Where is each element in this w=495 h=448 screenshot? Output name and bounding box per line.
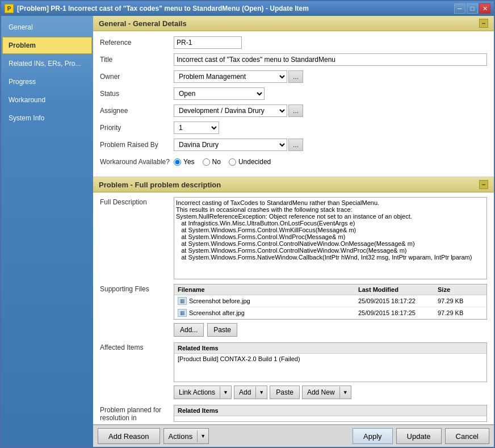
- footer-bar: Add Reason Actions ▼ Apply Update Cancel: [93, 424, 494, 447]
- apply-button[interactable]: Apply: [353, 428, 393, 444]
- assignee-control: Development / Davina Drury …: [174, 104, 487, 117]
- full-description-label: Full Description: [100, 197, 174, 206]
- link-actions-button[interactable]: Link Actions ▼: [174, 386, 232, 399]
- section2-title: Problem - Full problem description: [99, 181, 221, 189]
- close-button[interactable]: ✕: [479, 3, 490, 14]
- affected-item-0[interactable]: [Product Build] CONTAX-2.0 Build 1 (Fail…: [174, 354, 486, 364]
- section1-header: General - General Details −: [93, 16, 494, 31]
- section2-collapse-btn[interactable]: −: [479, 180, 488, 189]
- add-new-button[interactable]: Add New ▼: [302, 386, 351, 399]
- sidebar-item-progress[interactable]: Progress: [2, 73, 92, 90]
- window-title: [Problem] PR-1 Incorrect cast of "Tax co…: [17, 5, 309, 12]
- priority-control: 1: [174, 122, 487, 134]
- workaround-no-radio[interactable]: [203, 158, 210, 166]
- file-row-0[interactable]: ▦ Screenshot before.jpg 25/09/2015 18:17…: [174, 295, 486, 307]
- update-button[interactable]: Update: [396, 428, 442, 444]
- minimize-button[interactable]: ─: [454, 3, 465, 14]
- raised-by-browse-btn[interactable]: …: [288, 139, 303, 151]
- general-form: Reference Title Owner Problem Manage: [93, 31, 494, 177]
- content-area: General - General Details − Reference Ti…: [93, 16, 494, 447]
- file-icon-1: ▦: [178, 309, 187, 317]
- priority-row: Priority 1: [100, 121, 487, 135]
- supporting-files-container: Filename Last Modified Size ▦ Screenshot…: [174, 284, 487, 337]
- reference-input[interactable]: [174, 36, 242, 49]
- problem-description-area: Full Description Supporting Files Filena…: [93, 192, 494, 424]
- title-row: Title: [100, 53, 487, 66]
- col-filename: Filename: [178, 286, 358, 293]
- raised-by-label: Problem Raised By: [100, 141, 174, 149]
- priority-label: Priority: [100, 124, 174, 132]
- title-input[interactable]: [174, 53, 487, 66]
- priority-select[interactable]: 1: [174, 122, 219, 134]
- planned-items-list: Related Items: [174, 405, 487, 422]
- status-row: Status Open: [100, 87, 487, 101]
- sidebar-item-general[interactable]: General: [2, 19, 92, 36]
- file-size-1: 97.29 KB: [438, 309, 483, 316]
- sidebar: General Problem Related INs, ERs, Pro...…: [1, 16, 93, 447]
- workaround-row: Workaround Available? Yes No Undecide: [100, 155, 487, 169]
- raised-by-select[interactable]: Davina Drury: [174, 139, 287, 151]
- paste-item-button[interactable]: Paste: [270, 386, 300, 399]
- main-content: General Problem Related INs, ERs, Pro...…: [1, 16, 494, 447]
- maximize-button[interactable]: □: [467, 3, 478, 14]
- full-description-textarea[interactable]: [174, 197, 487, 279]
- workaround-undecided-option[interactable]: Undecided: [229, 158, 271, 166]
- workaround-yes-option[interactable]: Yes: [174, 158, 195, 166]
- title-control: [174, 53, 487, 66]
- file-icon-0: ▦: [178, 297, 187, 305]
- section1-collapse-btn[interactable]: −: [479, 19, 488, 28]
- scrollable-section[interactable]: Full Description Supporting Files Filena…: [93, 192, 494, 424]
- planned-row: Problem planned for resolution in Relate…: [100, 405, 487, 424]
- sidebar-item-sysinfo[interactable]: System Info: [2, 110, 92, 127]
- status-label: Status: [100, 90, 174, 98]
- main-window: P [Problem] PR-1 Incorrect cast of "Tax …: [0, 0, 495, 448]
- workaround-no-option[interactable]: No: [203, 158, 221, 166]
- section2-header: Problem - Full problem description −: [93, 177, 494, 192]
- workaround-undecided-radio[interactable]: [229, 158, 236, 166]
- file-modified-0: 25/09/2015 18:17:22: [358, 298, 438, 304]
- title-bar: P [Problem] PR-1 Incorrect cast of "Tax …: [1, 1, 494, 16]
- sidebar-item-related[interactable]: Related INs, ERs, Pro...: [2, 55, 92, 72]
- owner-browse-btn[interactable]: …: [288, 70, 303, 83]
- assignee-label: Assignee: [100, 107, 174, 115]
- add-item-button[interactable]: Add ▼: [234, 386, 267, 399]
- affected-items-row: Affected Items Related Items [Product Bu…: [100, 342, 487, 399]
- col-modified: Last Modified: [358, 286, 438, 293]
- raised-by-row: Problem Raised By Davina Drury …: [100, 138, 487, 152]
- reference-label: Reference: [100, 39, 174, 47]
- actions-button[interactable]: Actions ▼: [163, 428, 209, 444]
- file-name-0: Screenshot before.jpg: [189, 298, 358, 304]
- title-bar-buttons: ─ □ ✕: [454, 3, 490, 14]
- cancel-button[interactable]: Cancel: [445, 428, 489, 444]
- file-name-1: Screenshot after.jpg: [189, 309, 358, 316]
- paste-file-button[interactable]: Paste: [207, 323, 237, 337]
- files-header: Filename Last Modified Size: [174, 284, 486, 295]
- footer-right: Apply Update Cancel: [353, 428, 489, 444]
- files-list: Filename Last Modified Size ▦ Screenshot…: [174, 284, 487, 320]
- title-bar-left: P [Problem] PR-1 Incorrect cast of "Tax …: [5, 4, 309, 13]
- status-select[interactable]: Open: [174, 87, 265, 100]
- assignee-select[interactable]: Development / Davina Drury: [174, 104, 287, 117]
- owner-row: Owner Problem Management …: [100, 70, 487, 83]
- planned-items-header: Related Items: [174, 405, 486, 416]
- raised-by-control: Davina Drury …: [174, 139, 487, 151]
- file-size-0: 97.29 KB: [438, 298, 483, 304]
- assignee-browse-btn[interactable]: …: [288, 104, 303, 117]
- sidebar-item-workaround[interactable]: Workaround: [2, 91, 92, 108]
- col-size: Size: [438, 286, 483, 293]
- sidebar-item-problem[interactable]: Problem: [2, 37, 92, 54]
- window-icon: P: [5, 4, 14, 13]
- planned-label: Problem planned for resolution in: [100, 405, 174, 422]
- affected-items-container: Related Items [Product Build] CONTAX-2.0…: [174, 342, 487, 399]
- assignee-row: Assignee Development / Davina Drury …: [100, 104, 487, 118]
- add-file-button[interactable]: Add...: [174, 323, 204, 337]
- planned-container: Related Items: [174, 405, 487, 424]
- affected-items-header: Related Items: [174, 343, 486, 354]
- file-row-1[interactable]: ▦ Screenshot after.jpg 25/09/2015 18:17:…: [174, 307, 486, 319]
- affected-items-list: Related Items [Product Build] CONTAX-2.0…: [174, 342, 487, 382]
- workaround-yes-radio[interactable]: [174, 158, 181, 166]
- add-reason-button[interactable]: Add Reason: [98, 428, 160, 444]
- owner-select[interactable]: Problem Management: [174, 70, 287, 83]
- reference-control: [174, 36, 487, 49]
- workaround-control: Yes No Undecided: [174, 158, 487, 166]
